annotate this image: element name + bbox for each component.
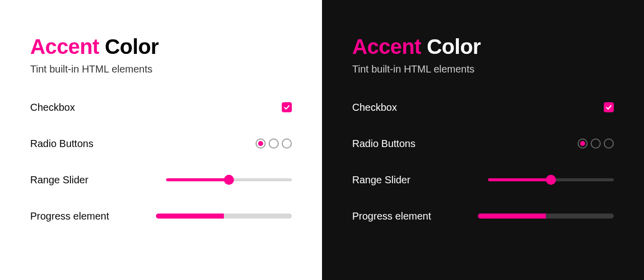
slider-thumb[interactable] [224,175,234,185]
progress-control [478,214,614,219]
progress-element [478,214,614,219]
panel-dark: Accent Color Tint built-in HTML elements… [322,0,644,280]
radio-option-3[interactable] [282,138,292,149]
progress-label: Progress element [30,211,109,222]
slider-fill [488,178,551,181]
slider-thumb[interactable] [546,175,556,185]
progress-row: Progress element [30,209,292,223]
radio-option-1[interactable] [256,138,266,149]
range-label: Range Slider [30,174,89,186]
panel-light: Accent Color Tint built-in HTML elements… [0,0,322,280]
title-accent-word: Accent [352,35,421,58]
progress-fill [478,214,546,219]
radio-row: Radio Buttons [30,136,292,151]
subtitle: Tint built-in HTML elements [352,63,614,75]
title-accent-word: Accent [30,35,99,58]
range-label: Range Slider [352,174,411,186]
checkbox-control [282,102,292,112]
slider-fill [166,178,229,181]
progress-fill [156,214,224,219]
radio-option-1[interactable] [578,138,588,149]
title-color-word: Color [105,35,158,58]
radio-row: Radio Buttons [352,136,614,151]
checkbox-label: Checkbox [30,102,75,113]
radio-group [578,138,614,149]
checkbox-control [604,102,614,112]
range-row: Range Slider [30,173,292,187]
checkbox-input[interactable] [604,102,614,112]
radio-label: Radio Buttons [30,138,94,150]
range-slider[interactable] [488,175,614,185]
page-title: Accent Color [30,35,292,58]
checkbox-row: Checkbox [352,100,614,114]
checkbox-row: Checkbox [30,100,292,114]
radio-option-2[interactable] [591,138,601,149]
radio-option-3[interactable] [604,138,614,149]
subtitle: Tint built-in HTML elements [30,63,292,75]
range-control [488,175,614,185]
check-icon [605,104,612,111]
progress-element [156,214,292,219]
progress-row: Progress element [352,209,614,223]
range-slider[interactable] [166,175,292,185]
radio-group [256,138,292,149]
radio-option-2[interactable] [269,138,279,149]
page-title: Accent Color [352,35,614,58]
radio-label: Radio Buttons [352,138,416,150]
checkbox-input[interactable] [282,102,292,112]
checkbox-label: Checkbox [352,102,397,113]
progress-control [156,214,292,219]
range-control [166,175,292,185]
check-icon [283,104,290,111]
progress-label: Progress element [352,211,431,222]
title-color-word: Color [427,35,480,58]
range-row: Range Slider [352,173,614,187]
